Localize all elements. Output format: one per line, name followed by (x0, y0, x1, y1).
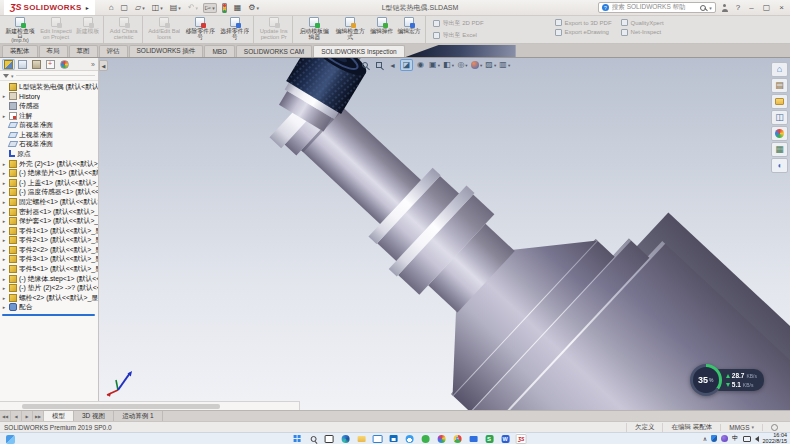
ribbon-edit-inspection-method-button[interactable]: 编辑检查方式 (332, 16, 368, 43)
taskbar-cloud-drive-icon[interactable] (404, 433, 415, 444)
close-button[interactable]: × (777, 4, 786, 12)
status-globe[interactable] (762, 424, 786, 431)
ribbon-launch-template-editor-button[interactable]: 启动模板编辑器 (296, 16, 332, 43)
taskbar-solidworks-icon[interactable] (516, 433, 527, 444)
taskbar-browser-360-icon[interactable] (420, 433, 431, 444)
command-tab[interactable]: SOLIDWORKS Inspection (313, 45, 405, 57)
taskbar-file-explorer-icon[interactable] (356, 433, 367, 444)
taskpane-file-explorer-tab[interactable] (771, 94, 788, 109)
hud-section-view-button[interactable] (400, 59, 413, 71)
expand-arrow-icon[interactable]: ▸ (1, 247, 7, 253)
volume-icon[interactable] (755, 436, 759, 442)
expand-arrow-icon[interactable]: ▸ (1, 199, 7, 205)
taskbar-search-icon[interactable] (308, 433, 319, 444)
taskbar-task-view-icon[interactable] (324, 433, 335, 444)
taskpane-appearances-tab[interactable] (771, 126, 788, 141)
expand-arrow-icon[interactable]: ▸ (1, 304, 7, 310)
quick-print-button[interactable] (168, 3, 183, 13)
expand-arrow-icon[interactable]: ▸ (1, 228, 7, 234)
expand-arrow-icon[interactable]: ▸ (1, 93, 7, 99)
feature-tree-item[interactable]: 右视基准面 (0, 140, 98, 150)
feature-tree-item[interactable]: ▸ 螺栓<2> (默认<<默认>_显示状态 (0, 293, 98, 303)
scrollbar-thumb[interactable] (22, 404, 220, 409)
search-icon[interactable] (700, 5, 706, 11)
rollback-bar[interactable] (2, 314, 95, 316)
doc-nav-arrow-button[interactable]: ◀ (11, 411, 22, 421)
export-button[interactable]: 导出至 Excel (433, 31, 546, 40)
panel-tab-overflow-icon[interactable]: » (91, 61, 96, 68)
feature-tree-item[interactable]: ▸ 密封器<1> (默认<<默认>_显示状 (0, 207, 98, 217)
expand-arrow-icon[interactable]: ▸ (1, 189, 7, 195)
feature-tree-item[interactable]: 传感器 (0, 101, 98, 111)
feature-tree-item[interactable]: ▸ (-) 垫片 (2)<2> ->? (默认<<默认> (0, 283, 98, 293)
help-button[interactable]: ? (734, 4, 742, 12)
taskbar-meeting-icon[interactable] (468, 433, 479, 444)
speed-overlay[interactable]: 35% 28.7 KB/s 5.1 KB/s (690, 364, 764, 396)
feature-tree-item[interactable]: ▸ 零件2<2> (默认<<默认>_显示状态 (0, 245, 98, 255)
expand-arrow-icon[interactable]: ▸ (1, 237, 7, 243)
command-tab[interactable]: 草图 (69, 45, 98, 57)
taskbar-start-icon[interactable] (292, 433, 303, 444)
panel-tab-dimxpert[interactable] (44, 59, 57, 70)
expand-arrow-icon[interactable]: ▸ (1, 285, 7, 291)
quick-open-button[interactable] (133, 3, 147, 13)
quick-new-document-button[interactable] (118, 3, 130, 13)
taskbar-wps-icon[interactable] (484, 433, 495, 444)
model-3d-view[interactable] (99, 58, 790, 410)
hud-view-settings-button[interactable] (498, 59, 511, 71)
feature-tree-item[interactable]: ▸ 零件2<1> (默认<<默认>_显示状态 (0, 236, 98, 246)
taskpane-view-palette-tab[interactable] (771, 110, 788, 125)
doc-nav-arrow-button[interactable]: ▶▶ (33, 411, 44, 421)
panel-collapse-button[interactable]: ◀ (99, 60, 108, 71)
expand-arrow-icon[interactable]: ▸ (1, 113, 7, 119)
export-button[interactable]: 导出至 2D PDF (433, 19, 546, 28)
export-button[interactable]: Export eDrawing (555, 29, 612, 36)
taskbar-chrome-icon[interactable] (452, 433, 463, 444)
command-tab[interactable]: 装配体 (2, 45, 38, 57)
taskbar-store-icon[interactable] (388, 433, 399, 444)
tree-filter-bar[interactable]: ▾ (0, 71, 98, 81)
taskbar-browser-wheel-icon[interactable] (436, 433, 447, 444)
input-app-icon[interactable] (721, 435, 728, 442)
panel-tab-configurations[interactable] (30, 59, 43, 70)
taskbar-mail-icon[interactable] (372, 433, 383, 444)
doc-nav-arrow-button[interactable]: ▶ (22, 411, 33, 421)
panel-tab-properties[interactable] (16, 59, 29, 70)
ime-indicator[interactable]: 中 (732, 435, 739, 442)
search-input[interactable]: ? 搜索 SOLIDWORKS 帮助 ▾ (598, 2, 716, 13)
taskpane-properties-tab[interactable] (771, 142, 788, 157)
quick-file-properties-button[interactable] (232, 3, 244, 13)
ribbon-remove-balloons-button[interactable]: 移除零件序号 (182, 16, 218, 43)
expand-arrow-icon[interactable]: ▸ (1, 256, 7, 262)
feature-tree-item[interactable]: ▸ 固定螺栓<1> (默认<<默认>_显示 (0, 197, 98, 207)
doc-nav-arrow-button[interactable]: ◀◀ (0, 411, 11, 421)
taskpane-forum-tab[interactable] (771, 158, 788, 173)
quick-undo-button[interactable] (186, 3, 200, 13)
command-tab[interactable]: MBD (204, 45, 234, 57)
export-button[interactable]: Net-Inspect (621, 29, 664, 36)
feature-tree-item[interactable]: ▸ 注解 (0, 111, 98, 121)
model-shaft-assembly[interactable] (179, 58, 790, 410)
command-tab[interactable]: 布局 (39, 45, 68, 57)
hud-zoom-fit-button[interactable] (358, 59, 371, 71)
hud-edit-appearance-button[interactable] (470, 59, 483, 71)
panel-horizontal-scrollbar[interactable] (0, 401, 300, 410)
graphics-area[interactable]: ◀ 35% 28.7 KB/s (99, 58, 790, 410)
export-button[interactable]: QualityXpert (621, 19, 664, 26)
units-selector[interactable]: MMGS▾ (720, 424, 762, 431)
taskpane-design-library-tab[interactable] (771, 78, 788, 93)
quick-options-button[interactable] (246, 3, 261, 13)
feature-tree-item[interactable]: ▸ History (0, 92, 98, 102)
feature-tree-item[interactable]: 上视基准面 (0, 130, 98, 140)
expand-arrow-icon[interactable]: ▸ (1, 218, 7, 224)
taskbar-edge-icon[interactable] (340, 433, 351, 444)
ribbon-add-characteristic-button[interactable]: Add Characteristic (107, 16, 143, 43)
doc-tab[interactable]: 模型 (44, 411, 74, 421)
display-tray-icon[interactable] (743, 436, 751, 442)
feature-tree-item[interactable]: ▸ 零件5<1> (默认<<默认>_显示状态 (0, 264, 98, 274)
panel-tab-features[interactable] (2, 59, 15, 70)
feature-tree-item[interactable]: ▸ 保护套<1> (默认<<默认>_显示状 (0, 216, 98, 226)
hud-apply-scene-button[interactable] (484, 59, 497, 71)
ribbon-edit-macro-button[interactable]: 编辑宏方 (395, 16, 425, 43)
hud-previous-view-button[interactable] (386, 59, 399, 71)
